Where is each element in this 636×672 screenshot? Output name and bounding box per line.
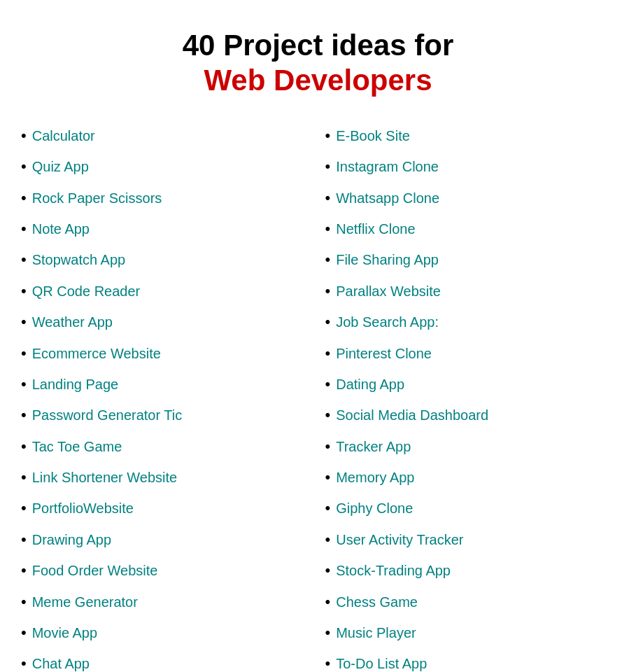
list-item: Drawing App: [21, 531, 311, 549]
list-item: Chess Game: [325, 593, 616, 611]
list-item: Food Order Website: [21, 561, 311, 580]
list-item: Tracker App: [325, 438, 616, 456]
list-item: Chat App: [21, 654, 311, 672]
list-item: Music Player: [325, 624, 616, 642]
list-item: Giphy Clone: [325, 499, 616, 517]
list-item: Link Shortener Website: [21, 468, 311, 486]
list-item: Dating App: [325, 375, 616, 393]
lists-container: CalculatorQuiz AppRock Paper ScissorsNot…: [21, 127, 615, 672]
list-item: Pinterest Clone: [325, 344, 616, 363]
list-item: User Activity Tracker: [325, 531, 616, 549]
list-item: Quiz App: [21, 158, 311, 176]
list-item: Weather App: [21, 313, 311, 331]
list-item: Ecommerce Website: [21, 344, 311, 363]
list-item: File Sharing App: [325, 251, 616, 269]
title-line2: Web Developers: [204, 64, 432, 97]
list-item: Meme Generator: [21, 593, 311, 611]
list-item: Job Search App:: [325, 313, 616, 331]
page-header: 40 Project ideas for Web Developers: [21, 28, 615, 99]
list-item: Social Media Dashboard: [325, 406, 616, 424]
list-item: To-Do List App: [325, 654, 616, 672]
left-list: CalculatorQuiz AppRock Paper ScissorsNot…: [21, 127, 311, 672]
list-item: E-Book Site: [325, 127, 616, 145]
list-item: Stopwatch App: [21, 251, 311, 269]
list-item: Movie App: [21, 624, 311, 642]
list-item: Rock Paper Scissors: [21, 189, 311, 207]
list-item: Whatsapp Clone: [325, 189, 616, 207]
list-item: Landing Page: [21, 375, 311, 393]
list-item: Netflix Clone: [325, 220, 616, 238]
list-item: Instagram Clone: [325, 158, 616, 176]
list-item: Calculator: [21, 127, 311, 145]
main-container: 40 Project ideas for Web Developers Calc…: [21, 28, 615, 672]
right-list: E-Book SiteInstagram CloneWhatsapp Clone…: [325, 127, 616, 672]
list-item: Parallax Website: [325, 282, 616, 300]
list-item: QR Code Reader: [21, 282, 311, 300]
list-item: PortfolioWebsite: [21, 499, 311, 517]
list-item: Stock-Trading App: [325, 561, 616, 580]
list-item: Password Generator Tic: [21, 406, 311, 424]
list-item: Tac Toe Game: [21, 438, 311, 456]
title-line1: 40 Project ideas for: [183, 29, 454, 62]
page-title: 40 Project ideas for Web Developers: [21, 28, 615, 99]
list-item: Note App: [21, 220, 311, 238]
list-item: Memory App: [325, 468, 616, 486]
